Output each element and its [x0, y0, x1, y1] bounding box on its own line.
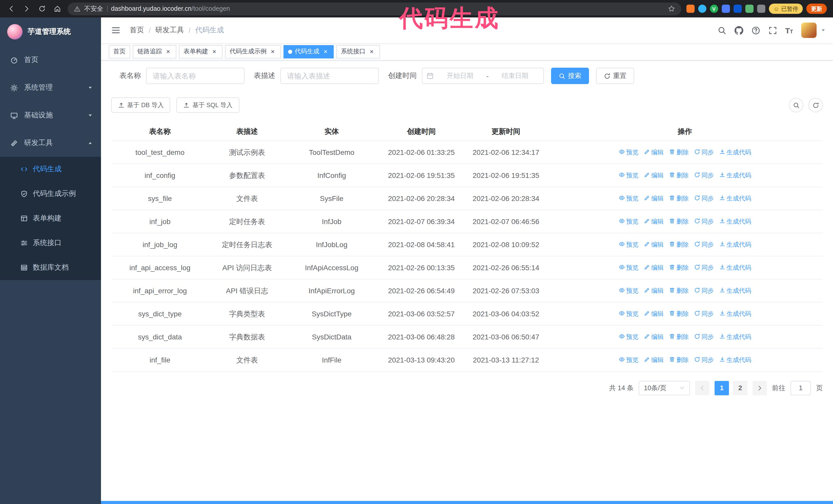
browser-home-icon[interactable]	[51, 3, 64, 15]
action-preview[interactable]: 预览	[618, 216, 639, 226]
action-delete[interactable]: 删除	[669, 308, 689, 319]
search-button[interactable]: 搜索	[551, 68, 589, 84]
bookmark-star-icon[interactable]	[668, 5, 675, 13]
sidebar-item[interactable]: 基础设施	[0, 101, 101, 129]
action-delete[interactable]: 删除	[669, 355, 689, 365]
action-generate-code[interactable]: 生成代码	[719, 262, 751, 272]
action-generate-code[interactable]: 生成代码	[719, 332, 751, 342]
action-generate-code[interactable]: 生成代码	[719, 216, 751, 226]
action-edit[interactable]: 编辑	[644, 355, 664, 365]
extension-drop-icon[interactable]	[698, 5, 706, 13]
tab[interactable]: 表单构建 ×	[179, 45, 222, 58]
action-preview[interactable]: 预览	[618, 332, 639, 342]
page-size-select[interactable]: 10条/页	[639, 381, 690, 395]
action-edit[interactable]: 编辑	[644, 332, 664, 342]
tab[interactable]: 链路追踪 ×	[133, 45, 176, 58]
prev-page-button[interactable]	[695, 381, 710, 395]
tab[interactable]: 代码生成示例 ×	[225, 45, 281, 58]
next-page-button[interactable]	[753, 381, 767, 395]
action-delete[interactable]: 删除	[669, 285, 689, 295]
help-icon[interactable]	[751, 26, 760, 34]
address-bar[interactable]: 不安全 dashboard.yudao.iocoder.cn/tool/code…	[68, 2, 681, 15]
reset-button[interactable]: 重置	[596, 68, 634, 84]
action-delete[interactable]: 删除	[669, 262, 689, 272]
action-generate-code[interactable]: 生成代码	[719, 193, 751, 203]
action-generate-code[interactable]: 生成代码	[719, 239, 751, 249]
action-preview[interactable]: 预览	[618, 262, 639, 272]
sidebar-subitem[interactable]: 数据库文档	[0, 255, 101, 280]
action-preview[interactable]: 预览	[618, 285, 639, 295]
tab-close-icon[interactable]: ×	[165, 48, 172, 55]
sidebar-subitem[interactable]: 代码生成示例	[0, 182, 101, 206]
action-preview[interactable]: 预览	[618, 193, 639, 203]
action-sync[interactable]: 同步	[694, 170, 714, 180]
action-preview[interactable]: 预览	[618, 355, 639, 365]
breadcrumb-item[interactable]: 首页	[130, 26, 144, 35]
action-generate-code[interactable]: 生成代码	[719, 147, 751, 157]
refresh-icon[interactable]	[808, 98, 823, 112]
action-generate-code[interactable]: 生成代码	[719, 308, 751, 319]
action-sync[interactable]: 同步	[694, 285, 714, 295]
action-sync[interactable]: 同步	[694, 216, 714, 226]
tab-close-icon[interactable]: ×	[368, 48, 375, 55]
browser-reload-icon[interactable]	[36, 3, 48, 15]
action-edit[interactable]: 编辑	[644, 193, 664, 203]
action-delete[interactable]: 删除	[669, 147, 689, 157]
action-delete[interactable]: 删除	[669, 239, 689, 249]
sidebar-item[interactable]: 首页	[0, 46, 101, 74]
browser-forward-icon[interactable]	[21, 3, 33, 15]
extension-fox-icon[interactable]	[686, 5, 695, 13]
sidebar-item[interactable]: 研发工具	[0, 129, 101, 157]
action-delete[interactable]: 删除	[669, 170, 689, 180]
breadcrumb-item[interactable]: 研发工具	[155, 26, 184, 35]
action-preview[interactable]: 预览	[618, 147, 639, 157]
table-desc-input[interactable]	[280, 68, 379, 84]
action-generate-code[interactable]: 生成代码	[719, 170, 751, 180]
tab-close-icon[interactable]: ×	[269, 48, 276, 55]
tab[interactable]: 代码生成 ×	[284, 45, 334, 58]
date-range-picker[interactable]: 开始日期 - 结束日期	[422, 68, 544, 84]
page-number-button[interactable]: 2	[733, 381, 747, 395]
fullscreen-icon[interactable]	[768, 26, 777, 34]
github-icon[interactable]	[734, 26, 743, 34]
sidebar-subitem[interactable]: 系统接口	[0, 231, 101, 255]
user-avatar[interactable]	[801, 23, 816, 38]
action-sync[interactable]: 同步	[694, 332, 714, 342]
toggle-search-icon[interactable]	[789, 98, 803, 112]
action-sync[interactable]: 同步	[694, 355, 714, 365]
font-size-icon[interactable]: TT	[785, 26, 793, 34]
avatar-caret-down-icon[interactable]	[821, 28, 826, 33]
action-delete[interactable]: 删除	[669, 216, 689, 226]
tab[interactable]: 首页	[109, 45, 130, 58]
action-edit[interactable]: 编辑	[644, 147, 664, 157]
action-edit[interactable]: 编辑	[644, 285, 664, 295]
action-sync[interactable]: 同步	[694, 308, 714, 319]
tab[interactable]: 系统接口 ×	[336, 45, 380, 58]
sidebar-subitem[interactable]: 代码生成	[0, 157, 101, 182]
action-sync[interactable]: 同步	[694, 239, 714, 249]
action-edit[interactable]: 编辑	[644, 308, 664, 319]
paused-badge[interactable]: ☺已暂停	[769, 4, 803, 14]
browser-back-icon[interactable]	[5, 3, 18, 15]
page-number-button[interactable]: 1	[715, 381, 729, 395]
action-generate-code[interactable]: 生成代码	[719, 355, 751, 365]
action-edit[interactable]: 编辑	[644, 262, 664, 272]
action-preview[interactable]: 预览	[618, 308, 639, 319]
sidebar-logo[interactable]: 芋道管理系统	[0, 18, 101, 46]
extension-grid-icon[interactable]	[722, 5, 730, 13]
import-sql-button[interactable]: 基于 SQL 导入	[176, 97, 239, 113]
extension-puzzle-icon[interactable]	[757, 5, 765, 13]
sidebar-item[interactable]: 系统管理	[0, 74, 101, 101]
import-db-button[interactable]: 基于 DB 导入	[111, 97, 170, 113]
goto-page-input[interactable]	[790, 381, 811, 395]
extension-leaf-icon[interactable]	[745, 5, 754, 13]
action-preview[interactable]: 预览	[618, 239, 639, 249]
action-sync[interactable]: 同步	[694, 147, 714, 157]
action-sync[interactable]: 同步	[694, 262, 714, 272]
action-preview[interactable]: 预览	[618, 170, 639, 180]
extension-v-icon[interactable]: V	[710, 5, 718, 13]
action-generate-code[interactable]: 生成代码	[719, 285, 751, 295]
hamburger-icon[interactable]	[108, 26, 123, 35]
action-edit[interactable]: 编辑	[644, 239, 664, 249]
sidebar-subitem[interactable]: 表单构建	[0, 206, 101, 231]
